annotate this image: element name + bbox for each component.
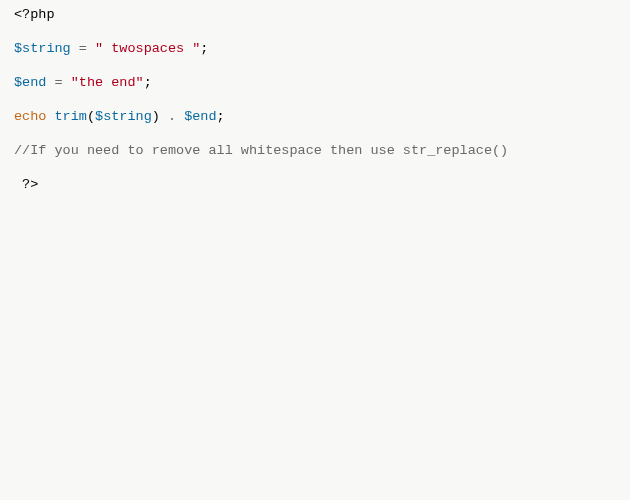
code-line-6: ?> xyxy=(14,176,616,193)
code-line-5: //If you need to remove all whitespace t… xyxy=(14,142,616,159)
assign-op: = xyxy=(46,75,70,90)
var-end: $end xyxy=(14,75,46,90)
code-line-1: <?php xyxy=(14,6,616,23)
string-literal: " twospaces " xyxy=(95,41,200,56)
code-line-3: $end = "the end"; xyxy=(14,74,616,91)
arg-string: $string xyxy=(95,109,152,124)
close-prefix xyxy=(14,177,22,192)
concat-op: . xyxy=(160,109,184,124)
string-literal: "the end" xyxy=(71,75,144,90)
code-line-4: echo trim($string) . $end; xyxy=(14,108,616,125)
semicolon: ; xyxy=(144,75,152,90)
code-block: <?php $string = " twospaces "; $end = "t… xyxy=(14,6,616,210)
assign-op: = xyxy=(71,41,95,56)
lparen: ( xyxy=(87,109,95,124)
rparen: ) xyxy=(152,109,160,124)
trim-func: trim xyxy=(55,109,87,124)
space xyxy=(46,109,54,124)
echo-keyword: echo xyxy=(14,109,46,124)
code-line-2: $string = " twospaces "; xyxy=(14,40,616,57)
semicolon: ; xyxy=(200,41,208,56)
comment: //If you need to remove all whitespace t… xyxy=(14,143,508,158)
var-end-ref: $end xyxy=(184,109,216,124)
semicolon: ; xyxy=(217,109,225,124)
php-open-tag: <?php xyxy=(14,7,55,22)
php-close-tag: ?> xyxy=(22,177,38,192)
var-string: $string xyxy=(14,41,71,56)
